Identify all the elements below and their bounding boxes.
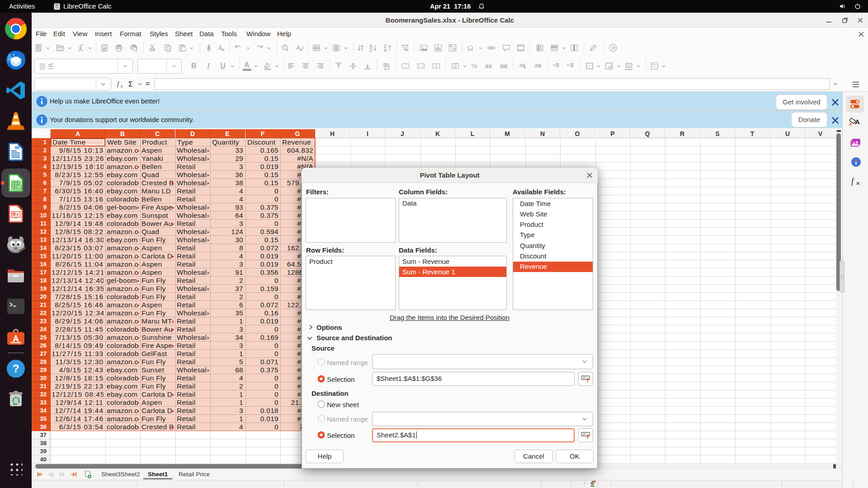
svg-text:✕: ✕ xyxy=(856,181,860,186)
svg-text:f: f xyxy=(117,80,120,88)
svg-text:Ω: Ω xyxy=(467,44,473,52)
svg-text:Σ: Σ xyxy=(128,80,133,88)
svg-text:A: A xyxy=(384,48,387,52)
svg-text:0.0: 0.0 xyxy=(486,64,492,69)
svg-text:Z: Z xyxy=(369,48,372,52)
svg-text:?: ? xyxy=(13,362,19,375)
svg-text:●: ● xyxy=(652,62,653,65)
svg-text:=: = xyxy=(146,80,150,88)
svg-text:|15|: |15| xyxy=(500,64,507,69)
svg-text:A: A xyxy=(855,118,860,126)
svg-text:x: x xyxy=(121,84,123,89)
svg-text:f: f xyxy=(851,177,855,186)
